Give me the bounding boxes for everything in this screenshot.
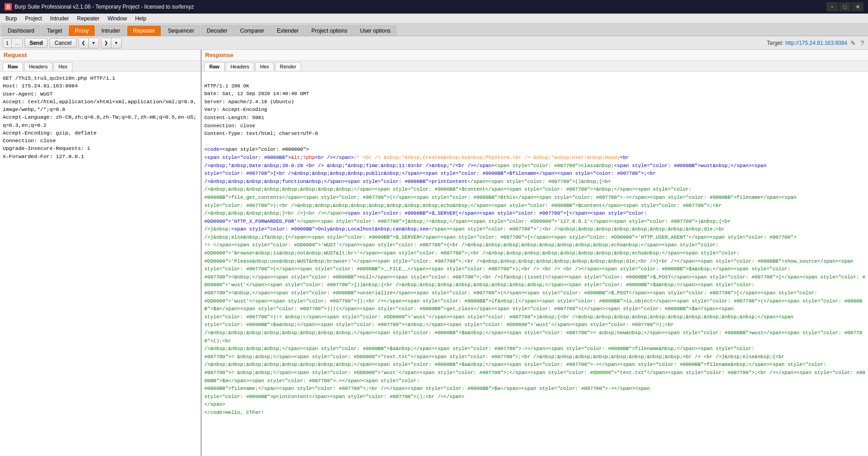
menu-window[interactable]: Window — [104, 14, 130, 23]
main-tab-bar: Dashboard Target Proxy Intruder Repeater… — [0, 24, 868, 36]
app-icon: B — [5, 3, 12, 10]
menu-bar: Burp Project Intruder Repeater Window He… — [0, 14, 868, 24]
nav-back-dropdown[interactable]: ▾ — [89, 38, 99, 48]
menu-burp[interactable]: Burp — [2, 14, 20, 23]
tab-sequencer[interactable]: Sequencer — [162, 25, 200, 36]
target-url[interactable]: http://175.24.81.163:8084 — [785, 40, 847, 46]
response-headers-text: HTTP/1.1 200 OK Date: Sat, 12 Sep 2020 1… — [204, 83, 318, 137]
cancel-button[interactable]: Cancel — [49, 38, 76, 48]
nav-back-button[interactable]: ❮ — [79, 38, 89, 48]
request-tabs: Raw Headers Hex — [0, 61, 201, 72]
target-label: Target: — [767, 40, 784, 46]
tab-number-box: 1 … — [3, 38, 23, 48]
help-icon[interactable]: ? — [859, 39, 865, 47]
response-tab-headers[interactable]: Headers — [226, 62, 255, 71]
tab-target[interactable]: Target — [41, 25, 68, 36]
request-tab-hex[interactable]: Hex — [53, 62, 72, 71]
menu-help[interactable]: Help — [131, 14, 150, 23]
maximize-button[interactable]: □ — [839, 2, 851, 11]
tab-user-options[interactable]: User options — [354, 25, 396, 36]
response-content[interactable]: HTTP/1.1 200 OK Date: Sat, 12 Sep 2020 1… — [202, 72, 868, 456]
tab-extender[interactable]: Extender — [271, 25, 304, 36]
target-info: Target: http://175.24.81.163:8084 ✎ ? — [767, 39, 865, 47]
send-button[interactable]: Send — [24, 38, 48, 48]
tab-project-options[interactable]: Project options — [305, 25, 353, 36]
menu-project[interactable]: Project — [21, 14, 45, 23]
response-tabs: Raw Headers Hex Render — [202, 61, 868, 72]
tab-repeater[interactable]: Repeater — [127, 25, 161, 36]
tab-comparer[interactable]: Comparer — [234, 25, 270, 36]
request-content[interactable]: GET /Thi5_tru3_qu3sti0n.php HTTP/1.1 Hos… — [0, 72, 201, 456]
content-area: Request Raw Headers Hex GET /Thi5_tru3_q… — [0, 50, 868, 456]
tab-more-button[interactable]: … — [12, 38, 22, 48]
nav-forward-button[interactable]: ❯ — [101, 38, 111, 48]
request-tab-raw[interactable]: Raw — [3, 62, 23, 71]
response-tab-render[interactable]: Render — [275, 62, 301, 71]
sub-toolbar: 1 … Send Cancel ❮ ▾ ❯ ▾ Target: http://1… — [0, 36, 868, 50]
response-tab-hex[interactable]: Hex — [255, 62, 274, 71]
tab-dashboard[interactable]: Dashboard — [2, 25, 40, 36]
nav-forward-dropdown[interactable]: ▾ — [111, 38, 121, 48]
nav-group-forward: ❯ ▾ — [101, 38, 122, 48]
menu-intruder[interactable]: Intruder — [47, 14, 72, 23]
tab-proxy[interactable]: Proxy — [69, 25, 95, 36]
title-bar: B Burp Suite Professional v2.1.06 - Temp… — [0, 0, 868, 14]
tab-intruder[interactable]: Intruder — [96, 25, 126, 36]
close-button[interactable]: ✕ — [852, 2, 863, 11]
request-header: Request — [0, 50, 201, 61]
app-title: Burp Suite Professional v2.1.06 - Tempor… — [14, 4, 194, 10]
request-tab-headers[interactable]: Headers — [24, 62, 53, 71]
request-panel: Request Raw Headers Hex GET /Thi5_tru3_q… — [0, 50, 202, 456]
tab-decoder[interactable]: Decoder — [201, 25, 233, 36]
response-panel: Response Raw Headers Hex Render HTTP/1.1… — [202, 50, 868, 456]
edit-target-icon[interactable]: ✎ — [849, 39, 857, 47]
response-header: Response — [202, 50, 868, 61]
tab-number-value: 1 — [3, 38, 12, 48]
nav-group-back: ❮ ▾ — [78, 38, 99, 48]
response-tab-raw[interactable]: Raw — [204, 62, 225, 71]
menu-repeater[interactable]: Repeater — [73, 14, 103, 23]
minimize-button[interactable]: − — [826, 2, 838, 11]
